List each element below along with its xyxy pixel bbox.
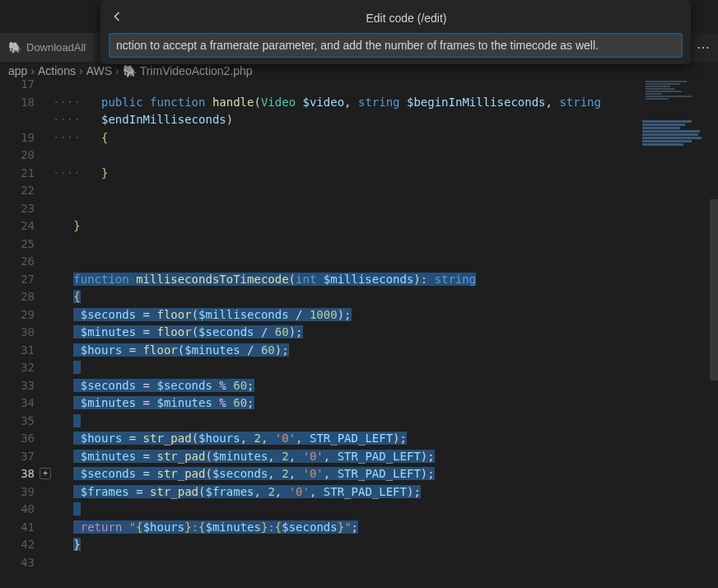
- chevron-right-icon: ›: [79, 64, 83, 77]
- vertical-scrollbar[interactable]: [710, 76, 718, 588]
- code-line[interactable]: [53, 200, 638, 218]
- code-line[interactable]: }: [53, 217, 638, 236]
- code-line[interactable]: [53, 253, 638, 271]
- code-line[interactable]: ·$frames = str_pad($frames, 2, '0', STR_…: [53, 483, 638, 502]
- line-number: 39: [0, 483, 51, 502]
- code-line[interactable]: ·$minutes = str_pad($minutes, 2, '0', ST…: [53, 448, 638, 466]
- line-number: 25: [0, 236, 51, 254]
- breadcrumb-file[interactable]: TrimVideoAction2.php: [140, 64, 253, 77]
- code-line[interactable]: {: [53, 288, 638, 306]
- code-line[interactable]: [53, 147, 638, 165]
- code-line[interactable]: ·return·"{$hours}:{$minutes}:{$seconds}"…: [53, 519, 638, 537]
- breadcrumb: app › Actions › AWS › 🐘 TrimVideoAction2…: [8, 62, 718, 80]
- php-file-icon: 🐘: [8, 41, 21, 54]
- add-line-icon[interactable]: +: [40, 468, 51, 479]
- breadcrumb-segment[interactable]: Actions: [38, 64, 76, 77]
- line-number: 20: [0, 147, 51, 165]
- line-number: 27: [0, 271, 51, 289]
- code-line[interactable]: [53, 554, 638, 572]
- code-line[interactable]: ·$minutes = $minutes % 60;: [53, 394, 638, 413]
- line-number: 34: [0, 394, 51, 413]
- code-line[interactable]: ···· public function handle(Video $video…: [53, 94, 638, 112]
- line-number: 29: [0, 306, 51, 324]
- line-number: 26: [0, 253, 51, 271]
- line-number: 38+: [0, 465, 51, 483]
- line-number: 22: [0, 182, 51, 200]
- code-line[interactable]: [53, 501, 638, 519]
- line-number: 40: [0, 501, 51, 519]
- dialog-header: Edit code (/edit): [109, 5, 683, 33]
- code-line[interactable]: [53, 413, 638, 431]
- code-line[interactable]: function·millisecondsToTimecode(int·$mil…: [53, 271, 638, 289]
- code-line[interactable]: ···· $endInMilliseconds): [53, 111, 638, 129]
- line-number: 37: [0, 448, 51, 466]
- line-number: 18: [0, 94, 51, 112]
- code-content[interactable]: ···· public function handle(Video $video…: [53, 76, 638, 572]
- scrollbar-thumb[interactable]: [710, 199, 718, 380]
- chevron-right-icon: ›: [30, 64, 35, 77]
- line-number: 19: [0, 129, 51, 147]
- code-line[interactable]: [53, 236, 638, 254]
- more-actions-icon[interactable]: ⋯: [688, 40, 718, 55]
- line-number: 32: [0, 359, 51, 377]
- tab-label: DownloadAll: [26, 41, 86, 54]
- line-number: 31: [0, 342, 51, 360]
- line-number: 24: [0, 217, 51, 236]
- back-arrow-icon[interactable]: [109, 8, 125, 28]
- line-number: 41: [0, 519, 51, 537]
- code-line[interactable]: ·$hours = floor($minutes / 60);: [53, 342, 638, 360]
- code-line[interactable]: ·$hours = str_pad($hours, 2, '0', STR_PA…: [53, 430, 638, 448]
- minimap[interactable]: [641, 76, 718, 588]
- line-number: 23: [0, 200, 51, 218]
- line-number: 28: [0, 288, 51, 306]
- code-line[interactable]: ·$seconds = floor($milliseconds / 1000);: [53, 306, 638, 324]
- dialog-title: Edit code (/edit): [130, 12, 683, 25]
- code-line[interactable]: ···· }: [53, 165, 638, 183]
- code-line[interactable]: ·$minutes = floor($seconds / 60);: [53, 324, 638, 342]
- breadcrumb-segment[interactable]: app: [8, 64, 27, 77]
- code-line[interactable]: }: [53, 536, 638, 554]
- code-editor[interactable]: 1718192021222324252627282930313233343536…: [0, 76, 638, 588]
- code-line[interactable]: ·$seconds = str_pad($seconds, 2, '0', ST…: [53, 465, 638, 483]
- line-number: 43: [0, 554, 51, 572]
- code-line[interactable]: [53, 182, 638, 200]
- breadcrumb-segment[interactable]: AWS: [86, 64, 112, 77]
- line-number: 35: [0, 413, 51, 431]
- php-file-icon: 🐘: [123, 64, 137, 77]
- edit-code-dialog: Edit code (/edit): [100, 0, 691, 64]
- code-line[interactable]: ···· {: [53, 129, 638, 147]
- line-number: 21: [0, 165, 51, 183]
- line-number: 36: [0, 430, 51, 448]
- chevron-right-icon: ›: [115, 64, 119, 77]
- edit-code-input[interactable]: [109, 33, 683, 58]
- line-number: 42: [0, 536, 51, 554]
- line-number: 30: [0, 324, 51, 342]
- code-line[interactable]: [53, 359, 638, 377]
- tab-download-all[interactable]: 🐘 DownloadAll: [0, 33, 94, 62]
- line-number-gutter: 1718192021222324252627282930313233343536…: [0, 76, 51, 572]
- code-line[interactable]: ·$seconds = $seconds % 60;: [53, 377, 638, 395]
- line-number: 33: [0, 377, 51, 395]
